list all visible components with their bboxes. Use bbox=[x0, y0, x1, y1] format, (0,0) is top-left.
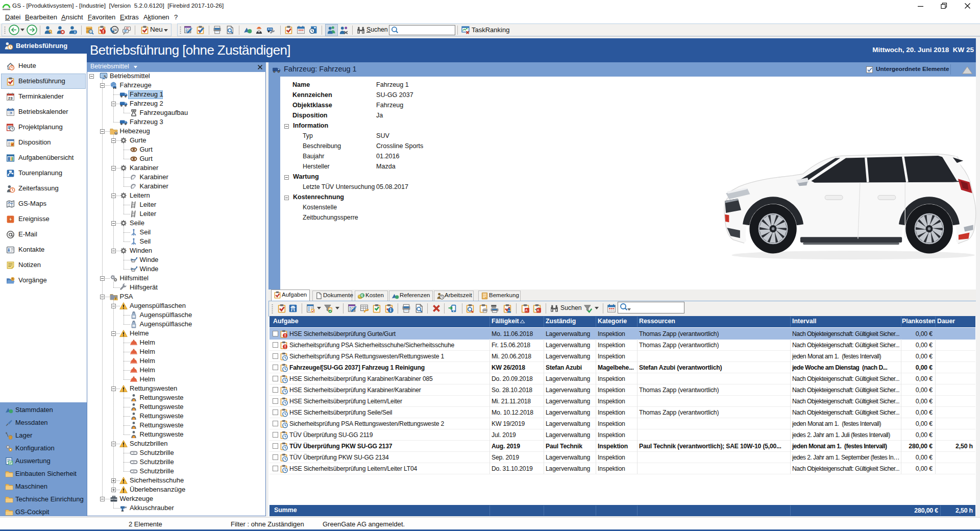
svg-text:A: A bbox=[537, 308, 540, 312]
svg-text:23: 23 bbox=[8, 95, 13, 100]
svg-text:A: A bbox=[525, 308, 528, 312]
